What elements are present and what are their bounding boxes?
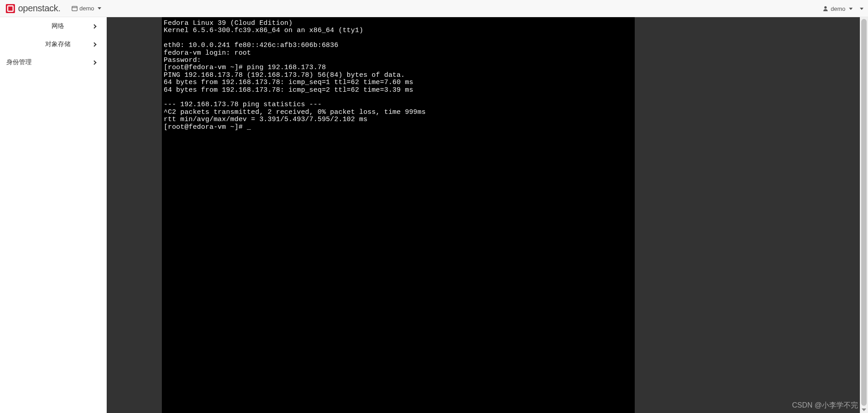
sidebar: 网络 对象存储 身份管理 <box>0 17 107 413</box>
brand[interactable]: openstack. <box>5 3 61 14</box>
console-frame: Fedora Linux 39 (Cloud Edition) Kernel 6… <box>162 17 635 413</box>
caret-down-icon <box>849 8 853 10</box>
chevron-right-icon <box>92 60 97 65</box>
project-selector[interactable]: demo <box>67 2 106 14</box>
sidebar-item-network[interactable]: 网络 <box>0 17 107 35</box>
user-icon <box>822 5 829 12</box>
sidebar-item-label: 身份管理 <box>0 58 93 66</box>
brand-text: openstack. <box>18 3 61 14</box>
scrollbar-thumb[interactable] <box>861 19 867 406</box>
sidebar-item-label: 网络 <box>0 22 93 30</box>
main-content: Fedora Linux 39 (Cloud Edition) Kernel 6… <box>107 17 868 413</box>
sidebar-item-identity[interactable]: 身份管理 <box>0 53 107 71</box>
scroll-down-icon <box>862 408 866 411</box>
svg-point-4 <box>825 6 827 9</box>
project-selector-label: demo <box>80 5 94 12</box>
scrollbar[interactable] <box>860 17 868 413</box>
project-icon <box>71 5 78 12</box>
sidebar-item-label: 对象存储 <box>0 40 93 48</box>
chevron-right-icon <box>92 24 97 28</box>
sidebar-item-object-storage[interactable]: 对象存储 <box>0 35 107 53</box>
caret-down-icon <box>860 8 863 10</box>
caret-down-icon <box>98 7 101 9</box>
topbar-right: demo <box>818 0 863 17</box>
chevron-right-icon <box>92 42 97 47</box>
openstack-logo-icon <box>5 4 15 14</box>
console-output[interactable]: Fedora Linux 39 (Cloud Edition) Kernel 6… <box>162 20 635 131</box>
user-menu[interactable]: demo <box>818 3 857 15</box>
topbar: openstack. demo demo <box>0 0 868 17</box>
page-body: 网络 对象存储 身份管理 Fedora Linux 39 (Cloud Edit… <box>0 17 868 413</box>
svg-rect-2 <box>72 6 77 11</box>
user-menu-label: demo <box>830 5 845 12</box>
